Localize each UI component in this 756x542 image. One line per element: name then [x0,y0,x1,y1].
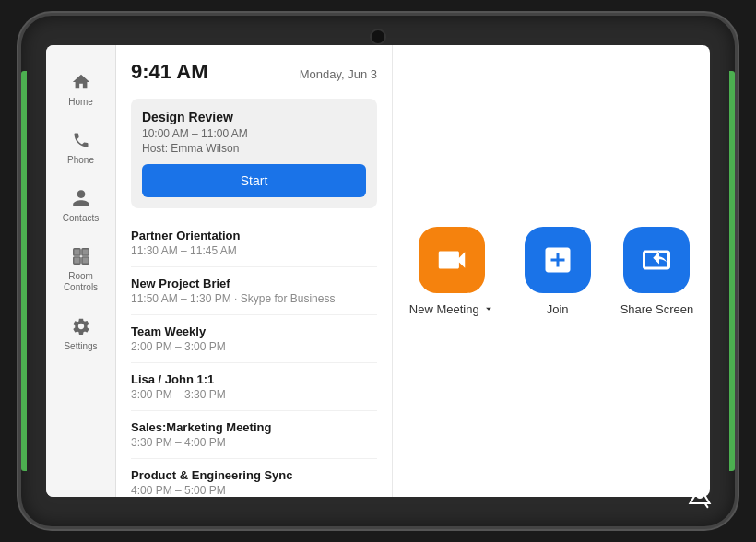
content-area: 9:41 AM Monday, Jun 3 Design Review 10:0… [116,45,710,497]
meeting-item-3-time: 3:00 PM – 3:30 PM [131,388,377,401]
new-meeting-button[interactable] [419,227,485,293]
highlighted-meeting-title: Design Review [142,110,366,124]
sidebar-item-room-controls[interactable]: Room Controls [46,234,115,304]
room-controls-icon [70,245,92,267]
sidebar-item-contacts[interactable]: Contacts [46,176,115,234]
green-strip-left [21,71,27,471]
sidebar-item-phone[interactable]: Phone [46,118,115,176]
new-meeting-label: New Meeting [409,302,495,316]
join-button-container[interactable]: Join [525,227,591,316]
sidebar-phone-label: Phone [67,155,94,165]
sidebar: Home Phone Contacts [46,45,116,497]
meeting-item-5-time: 4:00 PM – 5:00 PM [131,484,377,497]
highlighted-meeting-host: Host: Emma Wilson [142,142,366,155]
calendar-panel: 9:41 AM Monday, Jun 3 Design Review 10:0… [116,45,393,497]
camera [370,29,386,45]
new-meeting-button-container[interactable]: New Meeting [409,227,495,316]
sidebar-contacts-label: Contacts [63,213,99,223]
screen: Home Phone Contacts [46,45,710,497]
meeting-item-4-time: 3:30 PM – 4:00 PM [131,436,377,449]
polycom-logo-area [687,484,713,513]
sidebar-home-label: Home [68,97,93,107]
action-buttons: New Meeting Join [409,227,693,316]
sidebar-room-label: Room Controls [53,271,108,293]
meeting-list: Partner Orientation 11:30 AM – 11:45 AM … [131,219,377,497]
meeting-item-5: Product & Engineering Sync 4:00 PM – 5:0… [131,459,377,497]
sidebar-settings-label: Settings [64,341,97,351]
share-screen-button[interactable] [623,227,690,293]
meeting-item-2-time: 2:00 PM – 3:00 PM [131,340,377,353]
time-header: 9:41 AM Monday, Jun 3 [131,60,377,84]
meeting-item-2: Team Weekly 2:00 PM – 3:00 PM [131,315,377,363]
meeting-item-5-title: Product & Engineering Sync [131,468,377,482]
polycom-logo-icon [687,484,713,510]
home-icon [70,71,92,93]
meeting-item-1-title: New Project Brief [131,277,377,290]
date-display: Monday, Jun 3 [300,67,377,81]
share-screen-button-container[interactable]: Share Screen [620,227,694,316]
meeting-item-0-time: 11:30 AM – 11:45 AM [131,244,377,257]
highlighted-meeting-time: 10:00 AM – 11:00 AM [142,127,366,140]
join-button[interactable] [525,227,591,293]
join-label: Join [547,302,569,316]
meeting-item-2-title: Team Weekly [131,324,377,338]
time-display: 9:41 AM [131,60,208,84]
meeting-item-1-time: 11:50 AM – 1:30 PM · Skype for Business [131,292,377,305]
right-panel: New Meeting Join [393,45,710,497]
device-frame: Home Phone Contacts [18,13,738,529]
share-screen-label: Share Screen [620,302,694,316]
sidebar-item-home[interactable]: Home [46,60,115,118]
green-strip-right [729,71,735,471]
svg-point-4 [697,492,703,499]
meeting-item-3-title: Lisa / John 1:1 [131,372,377,386]
meeting-item-0: Partner Orientation 11:30 AM – 11:45 AM [131,219,377,267]
phone-icon [70,129,92,151]
meeting-item-1: New Project Brief 11:50 AM – 1:30 PM · S… [131,267,377,315]
contacts-icon [70,187,92,209]
start-button[interactable]: Start [142,164,366,197]
sidebar-item-settings[interactable]: Settings [46,304,115,362]
meeting-item-4-title: Sales:Marketing Meeting [131,420,377,434]
meeting-item-3: Lisa / John 1:1 3:00 PM – 3:30 PM [131,363,377,411]
highlighted-meeting-card: Design Review 10:00 AM – 11:00 AM Host: … [131,99,377,208]
meeting-item-0-title: Partner Orientation [131,229,377,242]
settings-icon [70,315,92,337]
meeting-item-4: Sales:Marketing Meeting 3:30 PM – 4:00 P… [131,411,377,459]
